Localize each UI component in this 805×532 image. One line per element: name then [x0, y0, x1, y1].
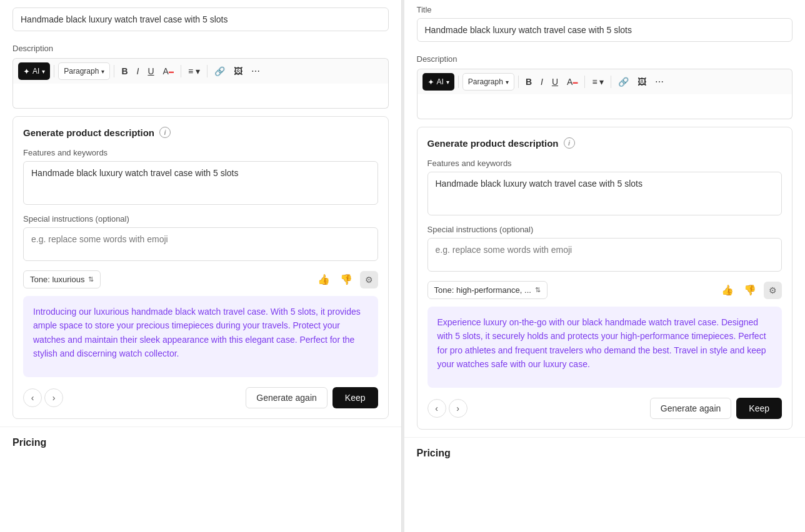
- left-paragraph-dropdown[interactable]: Paragraph ▾: [58, 62, 110, 80]
- right-prev-button[interactable]: ‹: [428, 399, 446, 418]
- left-tone-actions: 👍 👎 ⚙: [315, 271, 378, 288]
- right-font-color-button[interactable]: A▬: [564, 73, 581, 91]
- left-generate-title-text: Generate product description: [23, 127, 154, 138]
- left-action-buttons: Generate again Keep: [246, 387, 378, 408]
- left-special-input[interactable]: [23, 227, 378, 261]
- right-more-button[interactable]: ⋯: [652, 73, 667, 91]
- chevron-down-icon: ▾: [101, 68, 104, 75]
- chevron-down-icon: ▾: [42, 68, 45, 75]
- left-thumbs-up-button[interactable]: 👍: [315, 271, 332, 288]
- right-ai-button[interactable]: ✦ AI ▾: [422, 73, 454, 91]
- left-nav-buttons: ‹ ›: [23, 388, 63, 407]
- right-pricing-label: Pricing: [417, 448, 793, 459]
- left-generate-card: Generate product description i Features …: [12, 116, 389, 419]
- left-editor-area[interactable]: [12, 84, 389, 109]
- left-generate-again-button[interactable]: Generate again: [246, 387, 328, 408]
- left-features-label: Features and keywords: [23, 148, 378, 157]
- left-ai-button[interactable]: ✦ AI ▾: [18, 62, 50, 80]
- right-next-button[interactable]: ›: [449, 399, 468, 418]
- toolbar-separator: [181, 65, 181, 77]
- right-tone-label: Tone: high-performance, ...: [434, 285, 531, 295]
- info-icon[interactable]: i: [564, 137, 575, 149]
- left-underline-button[interactable]: U: [144, 62, 157, 80]
- left-prev-button[interactable]: ‹: [23, 388, 42, 407]
- right-description-label: Description: [417, 54, 793, 64]
- left-special-label: Special instructions (optional): [23, 214, 378, 224]
- right-tone-row: Tone: high-performance, ... ⇅ 👍 👎 ⚙: [428, 281, 782, 299]
- right-pricing-section: Pricing: [404, 437, 806, 464]
- right-action-row: ‹ › Generate again Keep: [428, 398, 782, 419]
- right-generate-card: Generate product description i Features …: [417, 127, 793, 430]
- left-italic-button[interactable]: I: [134, 62, 142, 80]
- left-editor-toolbar: ✦ AI ▾ Paragraph ▾ B I U A▬ ≡ ▾ 🔗 🖼: [12, 58, 389, 84]
- paragraph-label: Paragraph: [468, 77, 503, 86]
- left-pricing-section: Pricing: [0, 426, 401, 453]
- ai-label: AI: [437, 77, 444, 86]
- left-features-input[interactable]: [23, 161, 378, 205]
- left-action-row: ‹ › Generate again Keep: [23, 387, 378, 408]
- left-generated-text: Introducing our luxurious handmade black…: [33, 305, 368, 361]
- left-title-input[interactable]: [12, 7, 389, 31]
- right-features-input[interactable]: [428, 172, 782, 215]
- right-underline-button[interactable]: U: [549, 73, 561, 91]
- left-pricing-label: Pricing: [12, 437, 389, 448]
- toolbar-separator: [611, 76, 611, 88]
- left-thumbs-down-button[interactable]: 👎: [338, 271, 355, 288]
- right-special-label: Special instructions (optional): [428, 225, 782, 234]
- right-generate-title-text: Generate product description: [428, 138, 559, 149]
- left-font-color-button[interactable]: A▬: [160, 62, 177, 80]
- left-tone-select[interactable]: Tone: luxurious ⇅: [23, 270, 101, 288]
- toolbar-separator: [458, 76, 459, 88]
- left-tone-label: Tone: luxurious: [30, 275, 84, 284]
- left-generated-text-area: Introducing our luxurious handmade black…: [23, 296, 378, 377]
- right-generate-again-button[interactable]: Generate again: [650, 398, 732, 419]
- right-generate-title: Generate product description i: [428, 137, 782, 149]
- right-align-button[interactable]: ≡ ▾: [589, 73, 607, 91]
- left-keep-button[interactable]: Keep: [332, 387, 378, 408]
- right-generated-text-area: Experience luxury on-the-go with our bla…: [428, 307, 782, 388]
- right-action-buttons: Generate again Keep: [650, 398, 782, 419]
- right-title-label: Title: [417, 5, 793, 14]
- sparkle-icon: ✦: [23, 67, 30, 76]
- left-more-button[interactable]: ⋯: [248, 62, 263, 80]
- left-image-button[interactable]: 🖼: [231, 62, 246, 80]
- chevron-updown-icon: ⇅: [535, 286, 541, 294]
- right-special-input[interactable]: [428, 238, 782, 272]
- right-settings-button[interactable]: ⚙: [764, 282, 782, 299]
- ai-label: AI: [32, 67, 39, 76]
- toolbar-separator: [584, 76, 585, 88]
- left-link-button[interactable]: 🔗: [211, 62, 228, 80]
- right-thumbs-up-button[interactable]: 👍: [719, 282, 736, 298]
- right-keep-button[interactable]: Keep: [736, 398, 782, 419]
- right-image-button[interactable]: 🖼: [634, 73, 649, 91]
- left-align-button[interactable]: ≡ ▾: [185, 62, 203, 80]
- chevron-down-icon: ▾: [506, 79, 509, 86]
- right-editor-area[interactable]: [417, 94, 793, 119]
- right-paragraph-dropdown[interactable]: Paragraph ▾: [462, 73, 514, 91]
- left-tone-row: Tone: luxurious ⇅ 👍 👎 ⚙: [23, 270, 378, 288]
- left-settings-button[interactable]: ⚙: [360, 271, 378, 288]
- right-tone-select[interactable]: Tone: high-performance, ... ⇅: [428, 281, 548, 299]
- left-generate-title: Generate product description i: [23, 127, 378, 138]
- left-next-button[interactable]: ›: [44, 388, 63, 407]
- right-title-input[interactable]: [417, 18, 793, 42]
- right-italic-button[interactable]: I: [538, 73, 546, 91]
- left-bold-button[interactable]: B: [118, 62, 131, 80]
- right-features-label: Features and keywords: [428, 159, 782, 168]
- right-tone-actions: 👍 👎 ⚙: [719, 282, 782, 299]
- toolbar-separator: [114, 65, 114, 77]
- right-link-button[interactable]: 🔗: [615, 73, 632, 91]
- right-generated-text: Experience luxury on-the-go with our bla…: [438, 315, 772, 372]
- chevron-updown-icon: ⇅: [88, 275, 94, 283]
- toolbar-separator: [207, 65, 208, 77]
- right-bold-button[interactable]: B: [522, 73, 535, 91]
- right-thumbs-down-button[interactable]: 👎: [741, 282, 759, 298]
- sparkle-icon: ✦: [428, 77, 434, 87]
- toolbar-separator: [54, 65, 54, 77]
- left-description-label: Description: [12, 44, 389, 53]
- chevron-down-icon: ▾: [446, 79, 449, 86]
- toolbar-separator: [518, 76, 519, 88]
- paragraph-label: Paragraph: [64, 67, 99, 76]
- info-icon[interactable]: i: [159, 127, 171, 138]
- right-editor-toolbar: ✦ AI ▾ Paragraph ▾ B I U A▬ ≡ ▾ 🔗 🖼: [417, 69, 793, 94]
